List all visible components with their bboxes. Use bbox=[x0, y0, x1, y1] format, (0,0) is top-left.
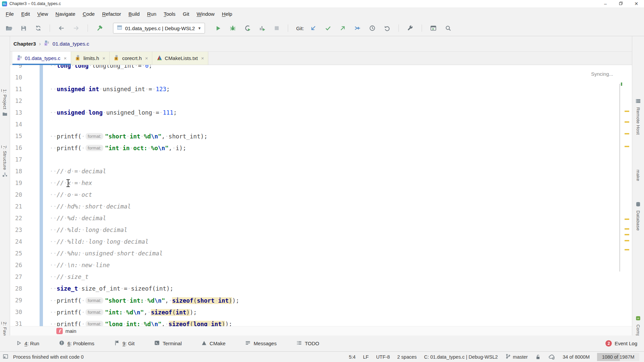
code-line[interactable]: 9··long·long·longlong_int·=·0; bbox=[10, 65, 632, 72]
code-line[interactable]: 15··printf(·format:"short·int·%d\n",·sho… bbox=[10, 130, 632, 142]
line-number[interactable]: 30 bbox=[10, 306, 22, 318]
line-number[interactable]: 18 bbox=[10, 166, 22, 177]
line-number[interactable]: 13 bbox=[10, 107, 22, 119]
code-line[interactable]: 17 bbox=[10, 154, 632, 166]
line-number[interactable]: 11 bbox=[10, 83, 22, 95]
menu-refactor[interactable]: Refactor bbox=[98, 11, 125, 17]
tool-window-button-cmake[interactable]: CMake bbox=[201, 340, 226, 347]
inspection-mark[interactable] bbox=[625, 249, 629, 250]
code-line[interactable]: 16··printf(·format:"int·in·oct:·%o\n",·i… bbox=[10, 142, 632, 154]
unlock-icon[interactable] bbox=[535, 354, 541, 360]
line-number[interactable]: 20 bbox=[10, 189, 22, 201]
reload-icon[interactable] bbox=[35, 25, 42, 32]
tool-window-button-1-project[interactable]: 1: Project bbox=[0, 89, 10, 118]
line-number[interactable]: 21 bbox=[10, 201, 22, 213]
line-number[interactable]: 27 bbox=[10, 271, 22, 283]
tool-window-toggle-icon[interactable] bbox=[3, 354, 8, 360]
tool-window-button-database[interactable]: Database bbox=[632, 202, 644, 231]
memory-indicator[interactable]: 1080 of 1987M bbox=[597, 353, 639, 361]
heap-indicator[interactable]: 34 of 8000M bbox=[562, 354, 590, 360]
git-update-icon[interactable] bbox=[310, 25, 317, 32]
inspection-mark[interactable] bbox=[625, 219, 629, 220]
inspection-mark[interactable] bbox=[625, 240, 629, 241]
settings-wrench-icon[interactable] bbox=[407, 25, 414, 32]
undo-icon[interactable] bbox=[384, 25, 390, 32]
git-push-icon[interactable] bbox=[339, 25, 346, 32]
run-window-icon[interactable] bbox=[430, 25, 437, 32]
search-everywhere-icon[interactable] bbox=[445, 25, 451, 32]
close-icon[interactable]: × bbox=[201, 55, 204, 61]
tab-limits.h[interactable]: Hlimits.h× bbox=[71, 52, 110, 65]
code-line[interactable]: 21··//·hd%:·short·decimal bbox=[10, 201, 632, 213]
line-number[interactable]: 19 bbox=[10, 177, 22, 189]
line-number[interactable]: 23 bbox=[10, 224, 22, 236]
menu-run[interactable]: Run bbox=[143, 11, 160, 17]
indent-setting[interactable]: 2 spaces bbox=[397, 354, 417, 360]
git-merge-icon[interactable] bbox=[354, 25, 361, 32]
menu-window[interactable]: Window bbox=[193, 11, 218, 17]
code-line[interactable]: 14 bbox=[10, 119, 632, 130]
build-icon[interactable] bbox=[96, 25, 103, 32]
code-line[interactable]: 10 bbox=[10, 72, 632, 83]
git-branch-widget[interactable]: master bbox=[505, 353, 528, 360]
tool-window-button-remote-host[interactable]: Remote Host bbox=[632, 99, 644, 135]
inspection-mark[interactable] bbox=[625, 146, 629, 147]
close-button[interactable]: ✕ bbox=[629, 0, 644, 7]
tool-window-button-6-problems[interactable]: 6: Problems bbox=[59, 340, 94, 347]
menu-edit[interactable]: Edit bbox=[17, 11, 34, 17]
inspection-mark[interactable] bbox=[625, 121, 629, 123]
code-line[interactable]: 22··//·%d:·decimal bbox=[10, 213, 632, 224]
code-line[interactable]: 28··size_t·size_of_int·=·sizeof(int); bbox=[10, 283, 632, 295]
tool-window-button-terminal[interactable]: Terminal bbox=[154, 340, 182, 347]
debug-icon[interactable] bbox=[229, 25, 236, 32]
tool-window-button-make[interactable]: make bbox=[632, 170, 644, 181]
run-configuration-select[interactable]: 01.data_types.c | Debug-WSL2 ▼ bbox=[113, 23, 205, 34]
close-icon[interactable]: × bbox=[145, 55, 148, 61]
code-line[interactable]: 18··//·d·=·decimal bbox=[10, 166, 632, 177]
line-number[interactable]: 15 bbox=[10, 130, 22, 142]
menu-navigate[interactable]: Navigate bbox=[52, 11, 79, 17]
line-number[interactable]: 24 bbox=[10, 236, 22, 248]
code-area[interactable]: 9··long·long·longlong_int·=·0;1011··unsi… bbox=[10, 65, 632, 330]
inspection-mark[interactable] bbox=[621, 82, 622, 86]
tab-corecrt.h[interactable]: Hcorecrt.h× bbox=[110, 52, 152, 65]
menu-tools[interactable]: Tools bbox=[160, 11, 179, 17]
tool-window-button-todo[interactable]: TODO bbox=[296, 340, 319, 347]
menu-code[interactable]: Code bbox=[79, 11, 99, 17]
code-line[interactable]: 25··//·%hu:·unsigned·short·decimal bbox=[10, 248, 632, 259]
code-line[interactable]: 19··//·x·=·hex bbox=[10, 177, 632, 189]
menu-view[interactable]: View bbox=[34, 11, 52, 17]
menu-file[interactable]: File bbox=[2, 11, 17, 17]
code-line[interactable]: 27··//·size_t bbox=[10, 271, 632, 283]
line-number[interactable]: 9 bbox=[10, 65, 22, 72]
line-number[interactable]: 26 bbox=[10, 259, 22, 271]
line-number[interactable]: 29 bbox=[10, 295, 22, 306]
caret-position[interactable]: 5:4 bbox=[349, 354, 356, 360]
tool-window-button-7-structure[interactable]: 7: Structure bbox=[0, 145, 10, 179]
minimize-button[interactable]: – bbox=[598, 0, 613, 7]
line-number[interactable]: 28 bbox=[10, 283, 22, 295]
menu-help[interactable]: Help bbox=[218, 11, 236, 17]
line-number[interactable]: 10 bbox=[10, 72, 22, 83]
tool-window-button-messages[interactable]: Messages bbox=[245, 340, 276, 347]
code-line[interactable]: 29··printf(·format:"short·int:·%d\n",·si… bbox=[10, 295, 632, 306]
code-line[interactable]: 11··unsigned·int·unsigned_int·=·123; bbox=[10, 83, 632, 95]
inspection-mark[interactable] bbox=[625, 234, 629, 235]
line-number[interactable]: 12 bbox=[10, 95, 22, 107]
tool-window-button-9-git[interactable]: 9: Git bbox=[114, 340, 135, 347]
open-file-icon[interactable] bbox=[5, 25, 12, 32]
inspection-mark[interactable] bbox=[625, 111, 629, 112]
breadcrumb-file[interactable]: 01.data_types.c bbox=[53, 41, 89, 47]
line-number[interactable]: 16 bbox=[10, 142, 22, 154]
line-number[interactable]: 17 bbox=[10, 154, 22, 166]
line-number[interactable]: 22 bbox=[10, 213, 22, 224]
tool-window-button-4-run[interactable]: 4: Run bbox=[16, 340, 39, 347]
inspection-mark[interactable] bbox=[625, 133, 629, 134]
line-number[interactable]: 14 bbox=[10, 119, 22, 130]
cloud-settings-icon[interactable] bbox=[548, 354, 555, 360]
menu-git[interactable]: Git bbox=[179, 11, 193, 17]
code-line[interactable]: 12 bbox=[10, 95, 632, 107]
code-line[interactable]: 13··unsigned·long·unsigned_long·=·111; bbox=[10, 107, 632, 119]
run-icon[interactable] bbox=[215, 25, 221, 32]
line-number[interactable]: 25 bbox=[10, 248, 22, 259]
